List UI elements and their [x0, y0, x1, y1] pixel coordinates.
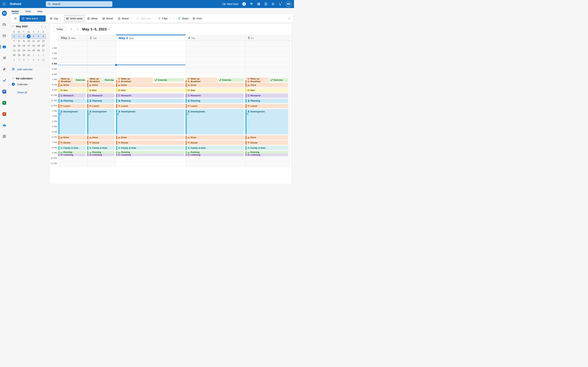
view-button-week[interactable]: Week [85, 15, 100, 22]
toolbar-overflow-button[interactable] [12, 15, 18, 22]
event-development[interactable]: Development [245, 109, 288, 134]
event-wake-up[interactable]: Wake up [116, 78, 153, 80]
event-drive[interactable]: Drive [186, 135, 244, 140]
day-header-fri[interactable]: 5Fri [245, 35, 290, 41]
share-button[interactable]: Share [176, 15, 190, 22]
settings-button[interactable] [271, 2, 275, 6]
event-research[interactable]: Research [116, 93, 184, 98]
event-lunch[interactable]: Lunch [116, 104, 184, 108]
rail-mail[interactable] [2, 33, 7, 38]
tab-view[interactable]: View [25, 8, 31, 14]
day-header-wed[interactable]: May 3Wed [116, 35, 185, 41]
today-button[interactable]: Today [54, 26, 65, 32]
event-listening[interactable]: Listening [59, 154, 86, 156]
event-lunch[interactable]: Lunch [59, 104, 86, 108]
mini-day[interactable]: 4 [12, 58, 17, 62]
new-event-button[interactable]: New event [20, 15, 46, 22]
mini-day[interactable]: 25 [31, 48, 36, 53]
rail-onedrive[interactable] [2, 123, 7, 128]
event-running[interactable]: Running [87, 151, 114, 154]
event-lunch[interactable]: Lunch [245, 104, 288, 108]
mini-day[interactable]: 16 [21, 43, 26, 48]
print-button[interactable]: Print [190, 15, 204, 22]
event-planning[interactable]: Planning [59, 99, 86, 103]
rail-new-message[interactable] [2, 22, 7, 27]
event-dinner[interactable]: Dinner [59, 141, 86, 145]
mini-day[interactable]: 9 [36, 58, 41, 62]
mini-day[interactable]: 21 [12, 48, 17, 53]
event-family-kids[interactable]: Family & Kids [186, 146, 244, 150]
prev-week-button[interactable] [69, 26, 74, 32]
mini-day[interactable]: 10 [26, 39, 31, 43]
mini-day[interactable]: 27 [41, 48, 46, 53]
account-avatar[interactable]: MS [286, 1, 292, 7]
event-dinner[interactable]: Dinner [87, 141, 114, 145]
collapse-ribbon-button[interactable] [287, 16, 292, 21]
mini-day[interactable]: 14 [12, 43, 17, 48]
event-family-kids[interactable]: Family & Kids [59, 146, 86, 150]
tab-help[interactable]: Help [37, 8, 43, 14]
event-development[interactable]: Development [186, 109, 244, 134]
event-listening[interactable]: Listening [245, 154, 288, 156]
event-wake-up[interactable]: Wake up [186, 78, 217, 80]
event-family-kids[interactable]: Family & Kids [245, 146, 288, 150]
mini-day[interactable]: 7 [26, 58, 31, 62]
rail-calendar[interactable] [2, 44, 7, 49]
event-mail[interactable]: Mail [116, 88, 184, 93]
mini-day[interactable]: 12 [36, 39, 41, 43]
mini-day[interactable]: 4 [31, 34, 36, 39]
event-listening[interactable]: Listening [116, 154, 184, 156]
event-development[interactable]: Development [116, 109, 184, 134]
rail-people[interactable] [2, 56, 7, 60]
event-listening[interactable]: Listening [186, 154, 244, 156]
event-research[interactable]: Research [59, 93, 86, 98]
event-running[interactable]: Running [116, 151, 184, 154]
event-exercise[interactable]: Exercise [73, 78, 86, 82]
mini-day[interactable]: 6 [21, 58, 26, 62]
premium-button[interactable] [250, 2, 253, 6]
next-week-button[interactable] [75, 26, 80, 32]
event-exercise[interactable]: Exercise [269, 78, 288, 82]
event-development[interactable]: Development [59, 109, 86, 134]
event-running[interactable]: Running [186, 151, 244, 154]
event-research[interactable]: Research [245, 93, 288, 98]
mini-day[interactable]: 17 [26, 43, 31, 48]
event-wake-up[interactable]: Wake up [87, 78, 102, 80]
mini-day[interactable]: 5 [36, 34, 41, 39]
event-mail[interactable]: Mail [87, 88, 114, 93]
mini-day[interactable]: 29 [17, 53, 22, 58]
event-mail[interactable]: Mail [245, 88, 288, 93]
event-dinner[interactable]: Dinner [245, 141, 288, 145]
event-wake-up[interactable]: Wake up [59, 78, 73, 80]
app-launcher-waffle-icon[interactable] [0, 0, 8, 8]
view-button-day[interactable]: Day [48, 15, 63, 22]
calendar-list-item[interactable]: Calendar [9, 81, 50, 87]
tab-home[interactable]: Home [12, 8, 19, 14]
mini-day[interactable]: 2 [36, 53, 41, 58]
rail-attachments[interactable] [2, 67, 7, 72]
mini-calendar-collapse[interactable] [12, 25, 14, 27]
event-breakfast[interactable]: Breakfast [186, 80, 217, 83]
mini-day[interactable]: 3 [41, 53, 46, 58]
mini-day[interactable]: 6 [41, 34, 46, 39]
mini-day[interactable]: 1 [17, 34, 22, 39]
event-listening[interactable]: Listening [87, 154, 114, 156]
day-header-thu[interactable]: 4Thu [185, 35, 245, 41]
add-calendar-button[interactable]: Add calendar [9, 66, 50, 72]
event-development[interactable]: Development [87, 109, 114, 134]
mini-day[interactable]: 31 [26, 53, 31, 58]
mini-day[interactable]: 24 [26, 48, 31, 53]
view-button-work-week[interactable]: Work week [64, 15, 84, 22]
event-drive[interactable]: Drive [116, 135, 184, 140]
mini-day-selected[interactable]: 3 [27, 34, 31, 38]
onenote-feed-button[interactable] [257, 2, 260, 6]
event-running[interactable]: Running [245, 151, 288, 154]
rail-outlook-logo[interactable] [2, 11, 7, 16]
mini-day[interactable]: 23 [21, 48, 26, 53]
rail-powerpoint[interactable]: P [2, 111, 7, 117]
event-lunch[interactable]: Lunch [87, 104, 114, 108]
event-planning[interactable]: Planning [87, 99, 114, 103]
event-research[interactable]: Research [186, 93, 244, 98]
mini-calendar-next-button[interactable]: ↓ [45, 25, 46, 28]
rail-todo[interactable] [2, 78, 7, 83]
